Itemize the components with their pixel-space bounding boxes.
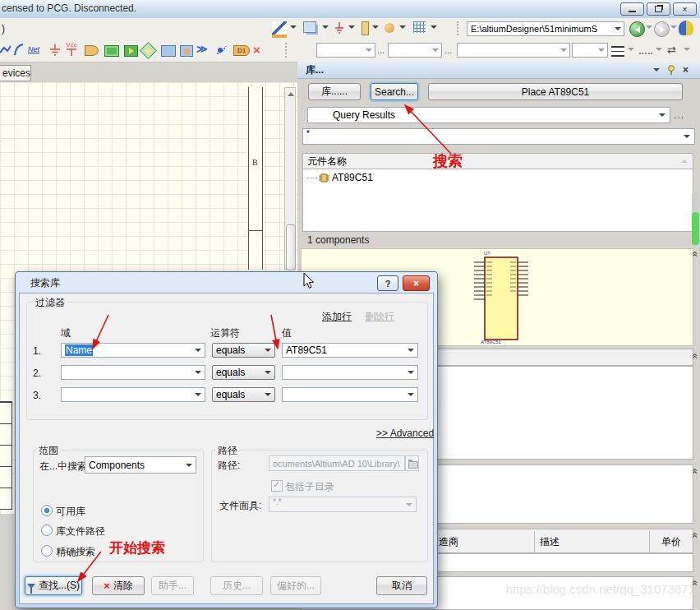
- bus-icon[interactable]: ≫: [196, 43, 208, 55]
- line-width-dropdown-icon[interactable]: [628, 48, 634, 51]
- collapse-models-icon[interactable]: [690, 351, 700, 361]
- column-manufacturer[interactable]: 造商: [439, 535, 458, 549]
- cancel-button[interactable]: 取消: [376, 576, 427, 595]
- classification-dropdown-icon[interactable]: [659, 113, 665, 117]
- address-combo[interactable]: E:\altiumDesigner\51minimumS: [467, 21, 624, 36]
- component-list-item[interactable]: AT89C51: [303, 171, 693, 184]
- dialog-close-button[interactable]: ×: [403, 275, 430, 291]
- toolbar-combo-2[interactable]: [388, 43, 442, 58]
- vcc-icon[interactable]: Vcc: [66, 42, 77, 57]
- toolbar-dots-1[interactable]: ...: [377, 45, 385, 55]
- line-style-icon[interactable]: [639, 48, 652, 54]
- toolbar-dots-2[interactable]: ...: [444, 45, 452, 55]
- grid-icon[interactable]: [413, 21, 426, 33]
- close-button[interactable]: ×: [673, 2, 697, 16]
- filter-value-combo-3[interactable]: [282, 387, 418, 402]
- filter-field-combo-3[interactable]: [61, 387, 205, 402]
- part-icon[interactable]: [362, 21, 369, 35]
- delete-tool-icon[interactable]: ×: [253, 43, 260, 57]
- panel-scroll-thumb[interactable]: [692, 212, 699, 245]
- component-filter-combo[interactable]: *: [302, 128, 695, 145]
- designator-icon[interactable]: D1: [233, 45, 250, 56]
- filter-field-combo-2[interactable]: [61, 365, 205, 380]
- minimize-button[interactable]: [620, 2, 644, 16]
- line-width-icon[interactable]: [611, 46, 624, 57]
- classification-more-button[interactable]: ...: [674, 109, 684, 121]
- back-dropdown-icon[interactable]: [646, 25, 652, 29]
- power-dropdown-icon[interactable]: [348, 25, 355, 29]
- radio-refine-search[interactable]: [41, 545, 53, 557]
- search-libraries-dialog[interactable]: 搜索库 ? × 过滤器 添加行 删除行 域 运算符 值 1. Name equa…: [15, 271, 438, 608]
- radio-refine-label[interactable]: 精确搜索: [56, 545, 95, 559]
- radio-available-label[interactable]: 可用库: [56, 505, 85, 519]
- recompile-icon[interactable]: [140, 42, 157, 59]
- dialog-help-button[interactable]: ?: [377, 275, 398, 291]
- search-libraries-button[interactable]: Search...: [371, 83, 418, 100]
- clear-button[interactable]: × 清除: [92, 576, 145, 595]
- junction-icon[interactable]: [216, 44, 228, 55]
- forward-icon[interactable]: [654, 21, 670, 37]
- power-port-icon[interactable]: [334, 21, 345, 35]
- component-list[interactable]: AT89C51: [302, 169, 693, 232]
- find-button[interactable]: 查找...(S): [25, 576, 82, 595]
- field-dropdown-icon-1[interactable]: [195, 349, 201, 352]
- component-icon[interactable]: [104, 45, 119, 57]
- sketch-tool-icon[interactable]: [272, 21, 287, 38]
- libraries-button[interactable]: 库......: [308, 83, 361, 100]
- filter-operator-combo-1[interactable]: equals: [212, 343, 275, 358]
- radio-path-label[interactable]: 库文件路径: [56, 525, 105, 538]
- toolbar-combo-3[interactable]: [457, 43, 570, 58]
- part-body-icon[interactable]: [161, 45, 176, 57]
- probe-dropdown-icon[interactable]: [399, 25, 406, 29]
- filter-value-combo-1[interactable]: AT89C51: [282, 343, 418, 358]
- collapse-supplier-icon[interactable]: [690, 530, 700, 540]
- layers-icon[interactable]: [303, 21, 316, 33]
- layers-dropdown-icon[interactable]: [322, 25, 329, 29]
- forward-dropdown-icon[interactable]: [670, 25, 677, 29]
- filter-operator-combo-2[interactable]: equals: [212, 365, 275, 380]
- panel-menu-icon[interactable]: [653, 68, 660, 72]
- component-list-header[interactable]: 元件名称: [302, 153, 693, 169]
- filter-field-combo-1[interactable]: Name: [61, 343, 205, 358]
- radio-library-path[interactable]: [41, 525, 53, 536]
- column-description[interactable]: 描述: [540, 535, 560, 549]
- address-dropdown-icon[interactable]: [615, 27, 621, 30]
- gate-icon[interactable]: [85, 45, 99, 56]
- filter-value-combo-2[interactable]: [282, 365, 418, 380]
- pin-icon[interactable]: [666, 65, 676, 75]
- collapse-preview-icon[interactable]: [690, 249, 700, 259]
- classification-combo[interactable]: Query Results: [307, 107, 670, 123]
- scroll-up-icon[interactable]: [288, 92, 294, 96]
- place-component-button[interactable]: Place AT89C51: [428, 83, 683, 100]
- search-in-combo[interactable]: Components: [85, 456, 196, 474]
- probe-icon[interactable]: [385, 23, 394, 33]
- wire-icon[interactable]: [0, 44, 11, 55]
- sheet-symbol-icon[interactable]: [124, 45, 138, 57]
- grid-dropdown-icon[interactable]: [431, 25, 437, 29]
- filter-operator-combo-3[interactable]: equals: [212, 387, 275, 402]
- radio-available-libraries[interactable]: [41, 505, 53, 516]
- bezier-icon[interactable]: [13, 44, 25, 56]
- net-label-icon[interactable]: Net: [28, 45, 39, 53]
- canvas-scroll-thumb[interactable]: [286, 224, 296, 270]
- panel-close-icon[interactable]: ×: [683, 64, 688, 76]
- add-row-link[interactable]: 添加行: [322, 310, 352, 324]
- column-price[interactable]: 单价: [661, 535, 681, 549]
- toolbar-combo-4[interactable]: [572, 43, 608, 58]
- sheet-entry-icon[interactable]: [180, 45, 193, 57]
- swap-dropdown-icon[interactable]: [684, 48, 690, 51]
- part-dropdown-icon[interactable]: [372, 25, 379, 29]
- gnd-icon[interactable]: [49, 44, 61, 57]
- canvas-vscrollbar[interactable]: [284, 87, 296, 270]
- home-icon[interactable]: [679, 21, 693, 35]
- tab-devices[interactable]: evices: [0, 65, 31, 81]
- toolbar-combo-1[interactable]: [316, 43, 375, 58]
- line-style-dropdown-icon[interactable]: [656, 48, 662, 51]
- filter-dropdown-icon[interactable]: [684, 135, 690, 138]
- collapse-model-preview-icon[interactable]: [690, 466, 700, 476]
- restore-button[interactable]: [647, 2, 670, 16]
- panel-mini-scrollbar[interactable]: [692, 192, 699, 247]
- back-icon[interactable]: [629, 21, 645, 37]
- sketch-dropdown-icon[interactable]: [290, 25, 297, 29]
- swap-icon[interactable]: ⇄: [667, 44, 676, 56]
